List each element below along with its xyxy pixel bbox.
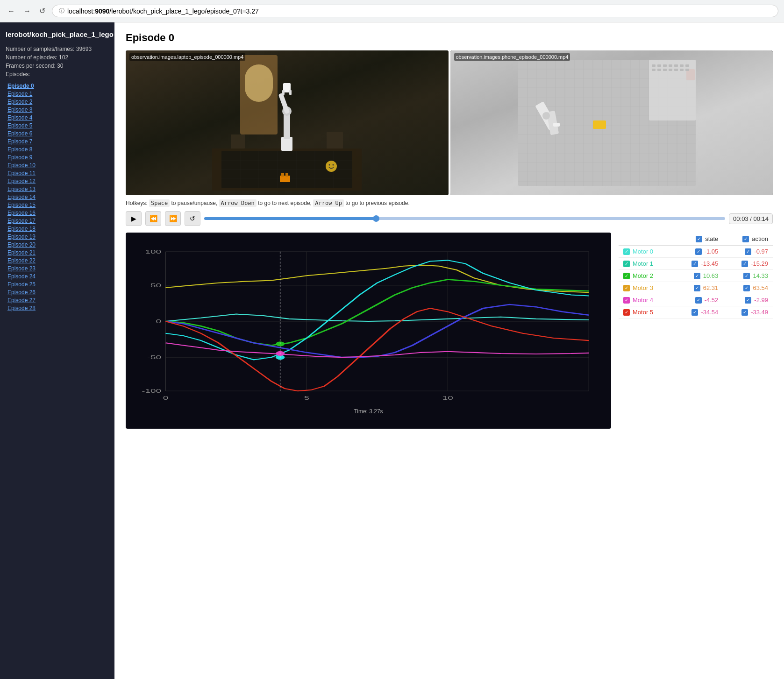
sidebar-item-episode-27[interactable]: Episode 27 xyxy=(6,297,109,304)
motor-label-0: Motor 0 xyxy=(633,248,653,255)
svg-text:100: 100 xyxy=(145,249,161,255)
seek-track[interactable] xyxy=(204,217,725,220)
th-motor-label xyxy=(619,233,673,246)
action-checkbox-0[interactable] xyxy=(745,248,751,255)
sidebar-item-episode-6[interactable]: Episode 6 xyxy=(6,130,109,137)
motor-checkbox-0[interactable] xyxy=(623,248,630,255)
sidebar-item-episode-21[interactable]: Episode 21 xyxy=(6,249,109,256)
fastforward-button[interactable]: ⏩ xyxy=(165,211,181,226)
action-checkbox-1[interactable] xyxy=(741,261,748,267)
refresh-button[interactable]: ↺ xyxy=(37,5,47,17)
sidebar-item-episode-12[interactable]: Episode 12 xyxy=(6,177,109,185)
sidebar-item-episode-26[interactable]: Episode 26 xyxy=(6,289,109,296)
hotkey-arrow-up: Arrow Up xyxy=(313,199,344,207)
motor-checkbox-1[interactable] xyxy=(623,261,630,267)
sidebar-item-episode-11[interactable]: Episode 11 xyxy=(6,170,109,177)
sidebar-item-episode-2[interactable]: Episode 2 xyxy=(6,98,109,106)
rewind-button[interactable]: ⏪ xyxy=(145,211,161,226)
replay-button[interactable]: ↺ xyxy=(185,211,200,226)
sidebar-item-episode-4[interactable]: Episode 4 xyxy=(6,114,109,121)
sidebar-item-episode-9[interactable]: Episode 9 xyxy=(6,154,109,161)
sidebar-item-episode-10[interactable]: Episode 10 xyxy=(6,162,109,169)
motor-action-cell-1: -15.29 xyxy=(723,258,773,270)
sidebar-item-episode-13[interactable]: Episode 13 xyxy=(6,185,109,193)
action-column-label: action xyxy=(752,235,768,242)
motor-state-val-4: -4.52 xyxy=(705,297,719,304)
table-row: Motor 2 10.63 14.33 xyxy=(619,270,773,282)
svg-text:50: 50 xyxy=(150,283,161,289)
sidebar-item-episode-25[interactable]: Episode 25 xyxy=(6,281,109,288)
sidebar-item-episode-3[interactable]: Episode 3 xyxy=(6,106,109,113)
motor-name-cell: Motor 0 xyxy=(619,246,673,258)
table-row: Motor 5 -34.54 -33.49 xyxy=(619,306,773,318)
sidebar-item-episode-19[interactable]: Episode 19 xyxy=(6,233,109,240)
svg-rect-20 xyxy=(289,90,292,95)
motor-action-val-0: -0.97 xyxy=(754,248,768,255)
motor-checkbox-5[interactable] xyxy=(623,309,630,316)
sidebar-item-episode-23[interactable]: Episode 23 xyxy=(6,265,109,272)
sidebar-item-episode-20[interactable]: Episode 20 xyxy=(6,241,109,248)
sidebar-item-episode-8[interactable]: Episode 8 xyxy=(6,146,109,153)
svg-rect-11 xyxy=(280,176,290,182)
svg-rect-22 xyxy=(327,132,343,149)
state-checkbox-2[interactable] xyxy=(694,273,700,279)
svg-rect-63 xyxy=(553,123,560,127)
sidebar-item-episode-22[interactable]: Episode 22 xyxy=(6,257,109,264)
action-checkbox-header[interactable] xyxy=(742,236,749,242)
sidebar: lerobot/koch_pick_place_1_lego Number of… xyxy=(0,22,114,679)
motor-checkbox-2[interactable] xyxy=(623,273,630,279)
sidebar-item-episode-18[interactable]: Episode 18 xyxy=(6,225,109,233)
video-panels: observation.images.laptop_episode_000000… xyxy=(126,50,773,195)
sidebar-item-episode-15[interactable]: Episode 15 xyxy=(6,201,109,209)
state-checkbox-header[interactable] xyxy=(696,236,702,242)
forward-button[interactable]: → xyxy=(21,5,33,17)
sidebar-episodes-label: Episodes: xyxy=(6,71,109,78)
video-panel-right[interactable]: observation.images.phone_episode_000000.… xyxy=(450,50,773,195)
sidebar-fps: Frames per second: 30 xyxy=(6,63,109,69)
motor-state-cell-5: -34.54 xyxy=(673,306,723,318)
svg-text:0: 0 xyxy=(163,395,169,401)
sidebar-episode-list: Episode 0 Episode 1 Episode 2 Episode 3 … xyxy=(6,82,109,312)
state-checkbox-0[interactable] xyxy=(695,248,702,255)
video-panel-left[interactable]: observation.images.laptop_episode_000000… xyxy=(126,50,449,195)
sidebar-item-episode-7[interactable]: Episode 7 xyxy=(6,138,109,145)
state-checkbox-4[interactable] xyxy=(695,297,702,304)
action-checkbox-2[interactable] xyxy=(743,273,750,279)
motor-state-val-3: 62.31 xyxy=(703,284,719,291)
state-checkbox-1[interactable] xyxy=(691,261,698,267)
sidebar-item-episode-28[interactable]: Episode 28 xyxy=(6,304,109,312)
state-checkbox-3[interactable] xyxy=(694,285,700,291)
svg-point-62 xyxy=(542,112,550,120)
sidebar-item-episode-0[interactable]: Episode 0 xyxy=(6,82,109,90)
sidebar-item-episode-24[interactable]: Episode 24 xyxy=(6,273,109,280)
svg-point-23 xyxy=(326,161,337,172)
th-action-group: action xyxy=(723,233,773,246)
motor-state-val-1: -13.45 xyxy=(701,260,718,267)
action-checkbox-3[interactable] xyxy=(743,285,750,291)
motor-action-val-5: -33.49 xyxy=(751,309,768,316)
svg-rect-74 xyxy=(652,69,656,71)
action-checkbox-5[interactable] xyxy=(741,309,748,316)
play-button[interactable]: ▶ xyxy=(126,211,142,226)
sidebar-item-episode-16[interactable]: Episode 16 xyxy=(6,209,109,217)
motor-name-cell: Motor 5 xyxy=(619,306,673,318)
sidebar-item-episode-14[interactable]: Episode 14 xyxy=(6,193,109,201)
back-button[interactable]: ← xyxy=(6,5,17,17)
video-left-svg xyxy=(212,55,362,191)
sidebar-item-episode-1[interactable]: Episode 1 xyxy=(6,90,109,98)
seek-thumb[interactable] xyxy=(373,215,379,222)
motor-checkbox-4[interactable] xyxy=(623,297,630,304)
motor-checkbox-3[interactable] xyxy=(623,285,630,291)
browser-chrome: ← → ↺ ⓘ localhost:9090/lerobot/koch_pick… xyxy=(0,0,784,22)
address-bar[interactable]: ⓘ localhost:9090/lerobot/koch_pick_place… xyxy=(52,5,778,17)
seek-bar-container[interactable] xyxy=(204,217,725,220)
sidebar-item-episode-17[interactable]: Episode 17 xyxy=(6,217,109,225)
motor-name-cell: Motor 1 xyxy=(619,258,673,270)
action-checkbox-4[interactable] xyxy=(745,297,751,304)
motor-action-val-4: -2.99 xyxy=(754,297,768,304)
sidebar-item-episode-5[interactable]: Episode 5 xyxy=(6,122,109,129)
motor-label-3: Motor 3 xyxy=(633,284,653,291)
svg-text:10: 10 xyxy=(442,395,453,401)
motor-state-cell-2: 10.63 xyxy=(673,270,723,282)
state-checkbox-5[interactable] xyxy=(691,309,698,316)
